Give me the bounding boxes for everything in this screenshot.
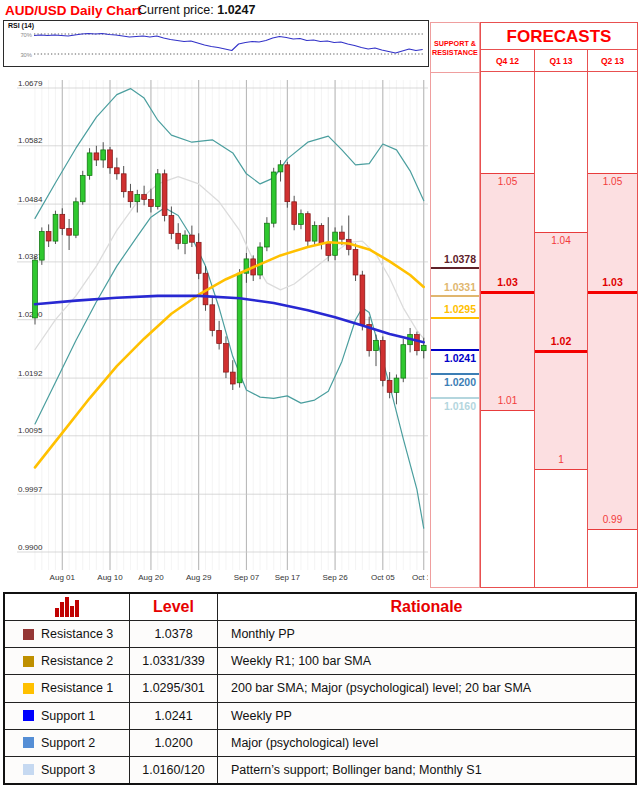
level-value: 1.0200 <box>154 736 192 750</box>
svg-text:1.0484: 1.0484 <box>18 195 43 204</box>
forecast-low-label: 1 <box>535 454 587 465</box>
forecast-quarter-label: Q2 13 <box>588 50 637 72</box>
rsi-panel: RSI (14) 70%30% <box>3 20 429 67</box>
level-name: Support 1 <box>41 709 95 723</box>
level-value-cell: 1.0241 <box>129 703 217 729</box>
sr-level-label: 1.0378 <box>431 253 479 265</box>
level-color-swatch <box>23 656 34 667</box>
sr-level-line <box>431 373 479 375</box>
table-row: Resistance 11.0295/301200 bar SMA; Major… <box>5 674 635 701</box>
sr-level-label: 1.0160 <box>431 400 479 412</box>
chart-svg: Aug 01Aug 10Aug 20Aug 29Sep 07Sep 17Sep … <box>3 72 428 586</box>
support-resistance-panel: SUPPORT & RESISTANCE 1.03781.03311.02951… <box>430 22 480 588</box>
current-price-value: 1.0247 <box>217 3 255 17</box>
rationale-cell: Major (psychological) level <box>217 730 635 756</box>
svg-text:1.0095: 1.0095 <box>18 426 43 435</box>
rationale-cell: Weekly PP <box>217 703 635 729</box>
table-row: Resistance 31.0378Monthly PP <box>5 620 635 647</box>
sr-level-label: 1.0295 <box>431 303 479 315</box>
svg-text:Aug 01: Aug 01 <box>50 573 76 582</box>
svg-text:Aug 29: Aug 29 <box>186 573 212 582</box>
rsi-plot: 70%30% <box>4 21 428 65</box>
sr-level-line <box>431 397 479 399</box>
level-color-swatch <box>23 629 34 640</box>
forecast-high-label: 1.05 <box>588 176 637 187</box>
rationale-cell: Pattern’s support; Bollinger band; Month… <box>217 757 635 783</box>
svg-text:1.0192: 1.0192 <box>18 369 43 378</box>
sr-level-label: 1.0331 <box>431 281 479 293</box>
level-name: Resistance 2 <box>41 654 113 668</box>
level-value: 1.0331/339 <box>142 654 205 668</box>
forecast-point-line <box>481 291 534 294</box>
level-value: 1.0241 <box>154 709 192 723</box>
level-value-cell: 1.0295/301 <box>129 675 217 701</box>
forecast-column: Q4 121.051.031.01 <box>481 50 534 587</box>
current-price: Current price: 1.0247 <box>138 3 255 17</box>
level-name: Support 3 <box>41 763 95 777</box>
svg-text:1.0290: 1.0290 <box>18 310 43 319</box>
forecast-point-line <box>588 291 637 294</box>
level-value-cell: 1.0160/120 <box>129 757 217 783</box>
level-header: Level <box>129 594 217 620</box>
forecast-range-box <box>588 173 637 530</box>
level-name: Resistance 1 <box>41 681 113 695</box>
support-resistance-header: SUPPORT & RESISTANCE <box>431 23 479 73</box>
forecast-low-label: 0.99 <box>588 514 637 525</box>
svg-text:Sep 17: Sep 17 <box>275 573 301 582</box>
forecast-point-label: 1.03 <box>481 276 534 288</box>
bar-chart-icon <box>53 596 81 618</box>
rationale-cell: Monthly PP <box>217 621 635 647</box>
level-value-cell: 1.0331/339 <box>129 648 217 674</box>
forecast-column: Q2 131.051.030.99 <box>587 50 637 587</box>
level-value-cell: 1.0200 <box>129 730 217 756</box>
level-name-cell: Support 2 <box>5 730 129 756</box>
svg-text:30%: 30% <box>20 52 32 58</box>
svg-text:Sep 07: Sep 07 <box>234 573 260 582</box>
level-name-cell: Resistance 3 <box>5 621 129 647</box>
forecast-quarter-label: Q1 13 <box>535 50 587 72</box>
rationale-text: Weekly PP <box>231 709 292 723</box>
table-row: Support 31.0160/120Pattern’s support; Bo… <box>5 756 635 783</box>
level-color-swatch <box>23 683 34 694</box>
level-value: 1.0378 <box>154 627 192 641</box>
level-color-swatch <box>23 764 34 775</box>
sr-level-line <box>431 349 479 351</box>
sr-level-label: 1.0200 <box>431 376 479 388</box>
page-title: AUD/USD Daily Chart <box>5 3 142 18</box>
svg-text:Aug 20: Aug 20 <box>138 573 164 582</box>
level-name-cell: Support 3 <box>5 757 129 783</box>
sr-level-line <box>431 295 479 297</box>
svg-text:70%: 70% <box>20 32 32 38</box>
rationale-text: Major (psychological) level <box>231 736 378 750</box>
svg-text:Sep 26: Sep 26 <box>322 573 348 582</box>
level-color-swatch <box>23 737 34 748</box>
table-row: Support 11.0241Weekly PP <box>5 702 635 729</box>
rationale-text: Monthly PP <box>231 627 295 641</box>
forecast-quarter-label: Q4 12 <box>481 50 534 72</box>
candlestick-plot: Aug 01Aug 10Aug 20Aug 29Sep 07Sep 17Sep … <box>3 72 428 586</box>
forecast-point-label: 1.03 <box>588 276 637 288</box>
candlestick-chart: Aug 01Aug 10Aug 20Aug 29Sep 07Sep 17Sep … <box>3 72 428 586</box>
svg-text:Oct 05: Oct 05 <box>371 573 395 582</box>
rationale-header: Rationale <box>217 594 635 620</box>
table-row: Resistance 21.0331/339Weekly R1; 100 bar… <box>5 647 635 674</box>
forecast-point-line <box>535 350 587 353</box>
forecast-high-label: 1.04 <box>535 235 587 246</box>
sr-level-line <box>431 317 479 319</box>
current-price-label: Current price: <box>138 3 214 17</box>
sr-level-label: 1.0241 <box>431 352 479 364</box>
rationale-cell: Weekly R1; 100 bar SMA <box>217 648 635 674</box>
icon-header-cell <box>5 594 129 620</box>
svg-text:Oct 15: Oct 15 <box>412 573 428 582</box>
rsi-svg: 70%30% <box>4 21 427 65</box>
forecast-low-label: 1.01 <box>481 395 534 406</box>
rationale-text: 200 bar SMA; Major (psychological) level… <box>231 681 531 695</box>
level-value-cell: 1.0378 <box>129 621 217 647</box>
forecast-column: Q1 131.041.021 <box>534 50 587 587</box>
forecasts-panel: FORECASTS Q4 121.051.031.01Q1 131.041.02… <box>480 22 638 588</box>
svg-text:0.9997: 0.9997 <box>18 485 43 494</box>
level-name-cell: Resistance 2 <box>5 648 129 674</box>
table-row: Support 21.0200Major (psychological) lev… <box>5 729 635 756</box>
level-name-cell: Resistance 1 <box>5 675 129 701</box>
levels-table-header-row: Level Rationale <box>5 594 635 620</box>
